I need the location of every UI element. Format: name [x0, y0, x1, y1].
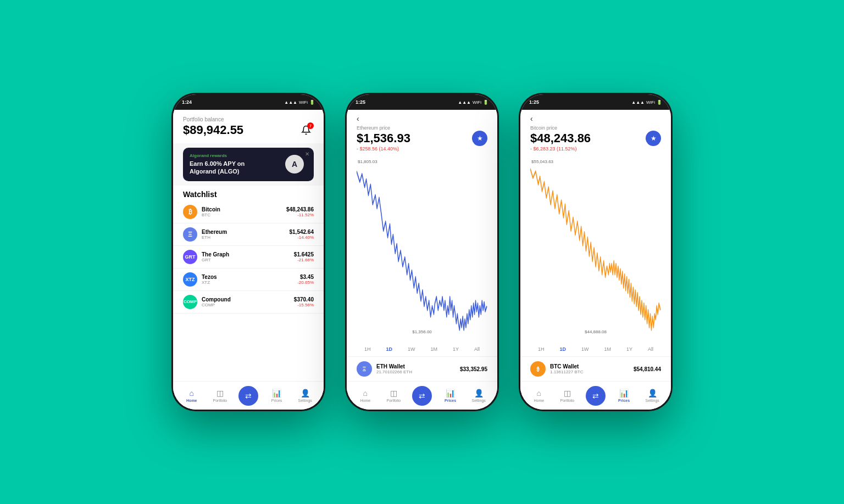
eth-filter-1m[interactable]: 1M [427, 345, 441, 353]
nav-home-label-3: Home [534, 399, 544, 402]
eth-filter-1d[interactable]: 1D [382, 345, 396, 353]
swap-button-2[interactable]: ⇄ [412, 386, 432, 406]
nav-portfolio-2[interactable]: ◫ Portfolio [380, 389, 408, 402]
algo-logo: A [285, 155, 304, 173]
watchlist-item-grt[interactable]: GRT The Graph GRT $1.6425 -21.66% [173, 246, 324, 268]
settings-icon-3: 👤 [648, 389, 657, 397]
settings-icon: 👤 [301, 389, 310, 397]
xtz-name: Tezos [202, 274, 297, 280]
eth-star-button[interactable]: ★ [472, 131, 487, 146]
xtz-change: -20.65% [297, 280, 314, 285]
comp-price: $370.40 [294, 296, 314, 303]
nav-home-2[interactable]: ⌂ Home [351, 389, 380, 402]
nav-settings-2[interactable]: 👤 Settings [464, 389, 493, 402]
nav-prices[interactable]: 📊 Prices [263, 389, 291, 402]
status-time-1: 1:24 [182, 99, 192, 105]
btc-filter-1y[interactable]: 1Y [623, 345, 636, 353]
eth-filter-1y[interactable]: 1Y [449, 345, 462, 353]
phone-3: 1:25 ▲▲▲ WiFi 🔋 ‹ Bitcoin price $48,243.… [519, 93, 673, 411]
btc-filter-1d[interactable]: 1D [556, 345, 569, 353]
grt-name: The Graph [202, 251, 294, 257]
watchlist-item-eth[interactable]: Ξ Ethereum ETH $1,542.64 -14.40% [173, 223, 324, 246]
eth-change-detail: - $258.56 (14.40%) [357, 146, 487, 152]
watchlist-item-xtz[interactable]: XTZ Tezos XTZ $3.45 -20.65% [173, 268, 324, 291]
btc-change: -11.52% [286, 212, 314, 217]
btc-detail-price: $48,243.86 [530, 131, 591, 145]
algo-banner[interactable]: Algorand rewards Earn 6.00% APY onAlgora… [183, 148, 314, 181]
prices-icon-3: 📊 [619, 389, 629, 397]
btc-wallet-value: $54,810.44 [634, 366, 661, 372]
eth-chart-high: $1,805.03 [358, 159, 377, 164]
eth-price-info: $1,542.64 -14.40% [290, 229, 314, 240]
nav-swap-2[interactable]: ⇄ [408, 386, 436, 406]
watchlist-title: Watchlist [173, 186, 324, 201]
status-icons-1: ▲▲▲ WiFi 🔋 [284, 100, 315, 105]
back-button-3[interactable]: ‹ [530, 114, 533, 123]
btc-filter-1h[interactable]: 1H [535, 345, 548, 353]
grt-icon: GRT [183, 250, 197, 264]
eth-filter-all[interactable]: All [471, 345, 483, 353]
eth-filter-1h[interactable]: 1H [361, 345, 374, 353]
btc-chart-svg [530, 158, 661, 343]
prices-icon: 📊 [272, 389, 281, 397]
portfolio-icon-2: ◫ [390, 389, 397, 397]
eth-change: -14.40% [290, 235, 314, 240]
nav-prices-2[interactable]: 📊 Prices [436, 389, 465, 402]
comp-name: Compound [202, 296, 294, 303]
back-button-2[interactable]: ‹ [357, 114, 359, 123]
nav-home-3[interactable]: ⌂ Home [525, 389, 553, 402]
eth-detail-header: ‹ [347, 110, 497, 125]
watchlist-item-comp[interactable]: COMP Compound COMP $370.40 -15.56% [173, 291, 324, 313]
eth-info: Ethereum ETH [202, 229, 290, 240]
btc-filter-1w[interactable]: 1W [578, 345, 592, 353]
btc-star-button[interactable]: ★ [646, 131, 661, 146]
btc-icon: ₿ [183, 205, 197, 219]
portfolio-icon: ◫ [216, 389, 224, 397]
home-icon-2: ⌂ [363, 389, 368, 397]
nav-home-label-2: Home [360, 399, 370, 402]
grt-price-info: $1.6425 -21.66% [294, 251, 314, 262]
nav-swap-3[interactable]: ⇄ [581, 386, 610, 406]
eth-icon: Ξ [183, 227, 197, 242]
bottom-nav-1: ⌂ Home ◫ Portfolio ⇄ 📊 Prices [173, 381, 324, 410]
grt-symbol: GRT [202, 257, 294, 262]
nav-prices-3[interactable]: 📊 Prices [610, 389, 638, 402]
nav-swap[interactable]: ⇄ [234, 386, 263, 406]
status-bar-2: 1:25 ▲▲▲ WiFi 🔋 [347, 94, 497, 110]
comp-change: -15.56% [294, 303, 314, 307]
btc-filter-all[interactable]: All [645, 345, 657, 353]
grt-change: -21.66% [294, 257, 314, 262]
nav-portfolio-3[interactable]: ◫ Portfolio [553, 389, 582, 402]
btc-wallet-info: BTC Wallet 1.13611227 BTC [550, 363, 634, 374]
btc-wallet-icon: ₿ [530, 361, 546, 377]
nav-settings-3[interactable]: 👤 Settings [638, 389, 667, 402]
swap-button-3[interactable]: ⇄ [586, 386, 606, 406]
status-bar-3: 1:25 ▲▲▲ WiFi 🔋 [520, 94, 671, 110]
eth-wallet-info: ETH Wallet 21.70102266 ETH [376, 363, 460, 374]
banner-close-icon[interactable]: ✕ [305, 151, 309, 157]
nav-home[interactable]: ⌂ Home [177, 389, 206, 402]
status-icons-3: ▲▲▲ WiFi 🔋 [631, 100, 662, 105]
nav-home-label: Home [186, 399, 197, 402]
nav-settings-label-3: Settings [646, 399, 659, 402]
btc-price-section: Bitcoin price $48,243.86 ★ - $6,283.23 (… [520, 125, 671, 156]
nav-portfolio-label-3: Portfolio [560, 399, 575, 402]
swap-button[interactable]: ⇄ [238, 386, 258, 406]
eth-filter-1w[interactable]: 1W [404, 345, 419, 353]
eth-wallet-amount: 21.70102266 ETH [376, 369, 460, 374]
watchlist-item-btc[interactable]: ₿ Bitcoin BTC $48,243.86 -11.52% [173, 201, 324, 223]
bell-icon[interactable]: 7 [298, 122, 314, 138]
nav-prices-label-2: Prices [445, 399, 456, 402]
nav-portfolio-label: Portfolio [213, 399, 227, 402]
nav-prices-label: Prices [271, 399, 282, 402]
nav-portfolio[interactable]: ◫ Portfolio [206, 389, 235, 402]
nav-prices-label-3: Prices [618, 399, 630, 402]
xtz-info: Tezos XTZ [202, 274, 297, 285]
eth-chart-svg [357, 158, 487, 343]
nav-settings[interactable]: 👤 Settings [291, 389, 319, 402]
btc-asset-label: Bitcoin price [530, 125, 661, 131]
eth-price: $1,542.64 [290, 229, 314, 235]
btc-chart-area: $55,043.63 $44,888.08 [520, 156, 671, 345]
btc-info: Bitcoin BTC [202, 206, 286, 217]
btc-filter-1m[interactable]: 1M [601, 345, 614, 353]
